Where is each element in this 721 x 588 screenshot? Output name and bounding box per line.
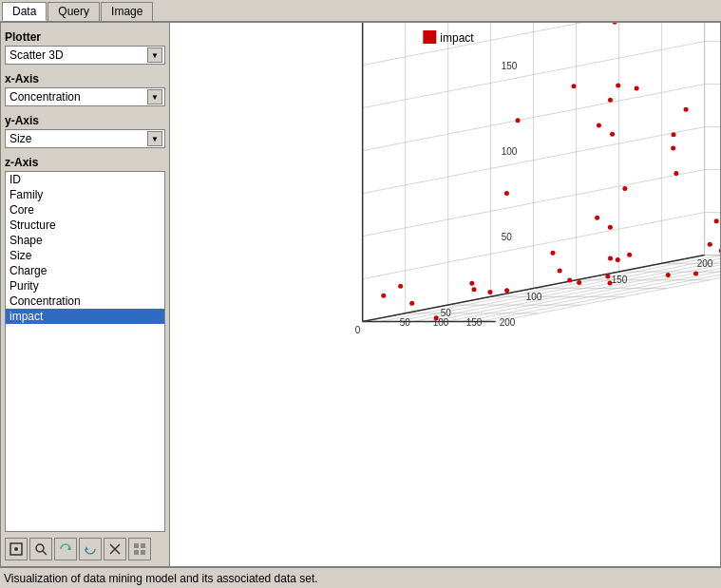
plotter-select[interactable]: Scatter 3D — [6, 47, 164, 64]
y-axis-label: y-Axis — [5, 114, 165, 127]
z-axis-item-core[interactable]: Core — [6, 202, 164, 218]
svg-line-3 — [43, 551, 47, 555]
svg-rect-11 — [141, 550, 145, 555]
svg-point-2 — [36, 544, 44, 552]
toolbar-btn-pan[interactable] — [79, 538, 102, 560]
scatter3d-canvas[interactable] — [170, 23, 720, 566]
y-axis-select-container[interactable]: Size — [5, 129, 165, 148]
content-area: Plotter Scatter 3D x-Axis Concentration … — [0, 22, 721, 567]
tab-query[interactable]: Query — [47, 2, 100, 21]
svg-point-1 — [14, 547, 18, 551]
svg-marker-5 — [85, 546, 88, 550]
toolbar — [5, 536, 165, 562]
z-axis-item-concentration[interactable]: Concentration — [6, 294, 164, 309]
z-axis-item-shape[interactable]: Shape — [6, 233, 164, 248]
z-axis-list: IDFamilyCoreStructureShapeSizeChargePuri… — [5, 171, 165, 532]
right-panel — [170, 23, 720, 566]
z-axis-item-size[interactable]: Size — [6, 248, 164, 263]
tab-image[interactable]: Image — [101, 2, 153, 21]
toolbar-btn-rotate[interactable] — [54, 538, 77, 560]
z-axis-item-purity[interactable]: Purity — [6, 278, 164, 294]
plotter-label: Plotter — [5, 30, 165, 44]
x-axis-select-container[interactable]: Concentration — [5, 87, 165, 106]
toolbar-btn-select[interactable] — [5, 538, 28, 560]
toolbar-btn-zoom[interactable] — [29, 538, 52, 560]
status-bar: Visualization of data mining model and i… — [0, 567, 721, 588]
tab-data[interactable]: Data — [2, 2, 47, 21]
svg-rect-10 — [134, 550, 139, 555]
z-axis-item-family[interactable]: Family — [6, 187, 164, 202]
svg-rect-9 — [141, 543, 145, 548]
x-axis-label: x-Axis — [5, 72, 165, 85]
z-axis-label: z-Axis — [5, 156, 165, 169]
z-axis-item-impact[interactable]: impact — [6, 309, 164, 324]
toolbar-btn-settings[interactable] — [128, 538, 151, 560]
z-axis-item-charge[interactable]: Charge — [6, 263, 164, 278]
left-panel: Plotter Scatter 3D x-Axis Concentration … — [1, 23, 170, 566]
svg-rect-8 — [134, 543, 139, 548]
z-axis-item-structure[interactable]: Structure — [6, 218, 164, 233]
x-axis-select[interactable]: Concentration — [6, 88, 164, 105]
tab-bar: Data Query Image — [0, 0, 721, 22]
status-text: Visualization of data mining model and i… — [4, 572, 318, 585]
z-axis-item-id[interactable]: ID — [6, 172, 164, 187]
y-axis-select[interactable]: Size — [6, 130, 164, 147]
plotter-select-container[interactable]: Scatter 3D — [5, 46, 165, 65]
toolbar-btn-reset[interactable] — [104, 538, 126, 560]
